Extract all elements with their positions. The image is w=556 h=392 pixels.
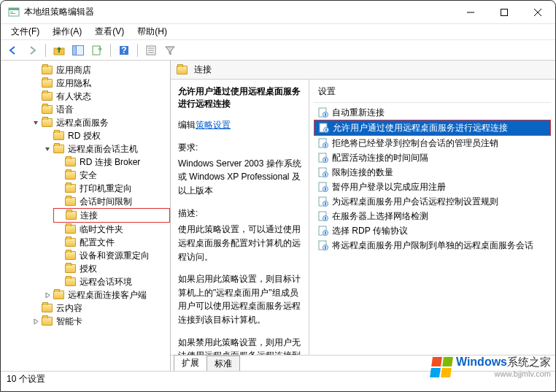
edit-policy-link[interactable]: 策略设置 <box>196 120 231 130</box>
policy-setting-icon <box>319 123 329 133</box>
minimize-button[interactable] <box>460 2 481 23</box>
requirements-text: Windows Server 2003 操作系统或 Windows XP Pro… <box>178 157 301 198</box>
folder-icon <box>53 291 64 299</box>
svg-rect-23 <box>325 128 327 131</box>
setting-label: 选择 RDP 传输协议 <box>332 224 408 237</box>
tree-twisty-icon[interactable] <box>31 317 40 326</box>
tree-item[interactable]: 授权 <box>53 262 170 275</box>
setting-item[interactable]: 拒绝将已经登录到控制台会话的管理员注销 <box>314 136 551 150</box>
details-header-title: 连接 <box>194 64 212 76</box>
tree-item[interactable]: 远程桌面会话主机 <box>42 142 170 155</box>
tree-item[interactable]: 配置文件 <box>53 236 170 249</box>
tab-extended[interactable]: 扩展 <box>174 355 207 371</box>
tree-item[interactable]: 语音 <box>30 103 170 116</box>
tree-item[interactable]: 智能卡 <box>30 315 170 328</box>
svg-rect-26 <box>325 144 326 147</box>
tree-item[interactable]: 临时文件夹 <box>53 223 170 236</box>
settings-list-pane[interactable]: 设置 自动重新连接允许用户通过使用远程桌面服务进行远程连接拒绝将已经登录到控制台… <box>309 80 555 355</box>
folder-icon <box>53 145 64 153</box>
setting-item[interactable]: 将远程桌面服务用户限制到单独的远程桌面服务会话 <box>314 238 551 253</box>
tree-item[interactable]: 会话时间限制 <box>53 195 170 208</box>
tree-item[interactable]: 应用商店 <box>30 64 170 77</box>
maximize-button[interactable] <box>494 2 514 23</box>
folder-icon <box>53 131 64 140</box>
tree-node: 临时文件夹 <box>53 223 170 236</box>
tree-item[interactable]: 远程桌面服务 <box>30 116 170 129</box>
setting-item[interactable]: 配置活动连接的时间间隔 <box>314 150 551 165</box>
menu-action[interactable]: 操作(A) <box>47 24 88 39</box>
settings-column-header[interactable]: 设置 <box>314 84 551 103</box>
tree-item[interactable]: 远程会话环境 <box>53 275 170 288</box>
toolbar-separator <box>110 44 111 57</box>
watermark-url: www.bjjmlv.com <box>456 369 551 378</box>
tree-item[interactable]: 远程桌面连接客户端 <box>42 288 170 301</box>
folder-icon <box>42 317 53 326</box>
export-button[interactable] <box>89 42 105 58</box>
main-area: 应用商店应用隐私有人状态语音远程桌面服务RD 授权远程桌面会话主机RD 连接 B… <box>1 61 555 371</box>
setting-item[interactable]: 为远程桌面服务用户会话远程控制设置规则 <box>314 194 551 209</box>
tree-twisty-icon[interactable] <box>43 291 52 299</box>
tree-item[interactable]: 有人状态 <box>30 90 170 103</box>
folder-icon <box>65 238 76 247</box>
menu-bar: 文件(F) 操作(A) 查看(V) 帮助(H) <box>1 24 555 40</box>
tree-twisty-icon <box>55 277 63 286</box>
tree-item-label: 应用商店 <box>56 64 91 77</box>
close-button[interactable] <box>528 2 548 23</box>
setting-item[interactable]: 在服务器上选择网络检测 <box>314 209 551 223</box>
tree-node: RD 授权 <box>42 129 170 142</box>
show-hide-tree-button[interactable] <box>70 42 86 58</box>
tree-item[interactable]: 安全 <box>53 169 170 182</box>
tree-twisty-icon <box>31 105 40 114</box>
back-button[interactable] <box>5 42 21 58</box>
tree-item[interactable]: RD 授权 <box>42 129 170 142</box>
tree-item[interactable]: 连接 <box>53 208 170 223</box>
setting-label: 为远程桌面服务用户会话远程控制设置规则 <box>332 195 498 208</box>
tree-item[interactable]: 设备和资源重定向 <box>53 249 170 262</box>
policy-setting-icon <box>318 138 328 148</box>
tree-node: 配置文件 <box>53 236 170 249</box>
menu-view[interactable]: 查看(V) <box>89 24 130 39</box>
policy-setting-icon <box>318 182 328 192</box>
tab-standard[interactable]: 标准 <box>206 356 240 371</box>
tree-item[interactable]: 打印机重定向 <box>53 182 170 195</box>
menu-help[interactable]: 帮助(H) <box>131 24 173 39</box>
setting-item[interactable]: 限制连接的数量 <box>314 165 551 180</box>
up-button[interactable] <box>51 42 67 58</box>
svg-rect-38 <box>325 202 326 205</box>
tree-item-label: RD 授权 <box>68 129 101 142</box>
tree-item[interactable]: 云内容 <box>30 301 170 315</box>
policy-setting-icon <box>318 226 328 236</box>
settings-list: 自动重新连接允许用户通过使用远程桌面服务进行远程连接拒绝将已经登录到控制台会话的… <box>314 105 551 253</box>
setting-item[interactable]: 暂停用户登录以完成应用注册 <box>314 180 551 194</box>
tree-twisty-icon <box>31 304 40 312</box>
filter-button[interactable] <box>162 42 178 58</box>
tree-node: 应用商店 <box>30 64 170 77</box>
svg-rect-10 <box>73 45 77 55</box>
svg-rect-11 <box>93 46 100 55</box>
tree-item[interactable]: RD 连接 Broker <box>53 155 170 169</box>
tree-node: 连接 <box>53 208 170 223</box>
setting-item[interactable]: 允许用户通过使用远程桌面服务进行远程连接 <box>314 120 551 136</box>
tree-pane[interactable]: 应用商店应用隐私有人状态语音远程桌面服务RD 授权远程桌面会话主机RD 连接 B… <box>1 61 171 371</box>
tree-node: 安全 <box>53 169 170 182</box>
title-bar: 本地组策略编辑器 <box>1 1 555 24</box>
policy-setting-icon <box>318 167 328 177</box>
folder-icon <box>42 118 53 127</box>
tree-item[interactable]: 应用隐私 <box>30 77 170 90</box>
tree-twisty-icon[interactable] <box>31 118 40 127</box>
tree-node: 远程桌面连接客户端 <box>42 288 170 301</box>
tree-twisty-icon[interactable] <box>43 145 52 153</box>
tree-twisty-icon <box>31 92 40 101</box>
tree-twisty-icon <box>55 264 63 273</box>
svg-rect-35 <box>325 188 326 191</box>
menu-file[interactable]: 文件(F) <box>5 24 45 39</box>
tree-twisty-icon <box>55 211 64 220</box>
setting-item[interactable]: 自动重新连接 <box>314 105 551 120</box>
tree-node: 语音 <box>30 103 170 116</box>
help-button[interactable]: ? <box>116 42 132 58</box>
tree-twisty-icon <box>55 171 63 180</box>
properties-button[interactable] <box>143 42 159 58</box>
svg-rect-29 <box>325 158 326 161</box>
forward-button[interactable] <box>24 42 40 58</box>
setting-item[interactable]: 选择 RDP 传输协议 <box>314 223 551 238</box>
